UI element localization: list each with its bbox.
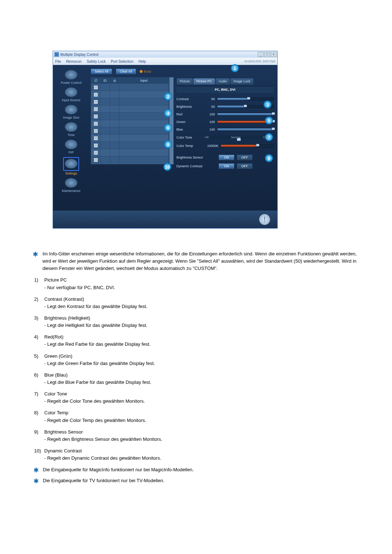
sidebar-item-settings[interactable]: Settings bbox=[56, 157, 86, 175]
row-brightness-sensor: Brightness Sensor ON OFF bbox=[176, 153, 274, 162]
row-color-tone: Color Tone Off Normal Custom bbox=[176, 133, 274, 142]
table-row[interactable] bbox=[91, 105, 169, 112]
busy-indicator: Busy bbox=[140, 70, 151, 73]
callout-9: 9 bbox=[265, 154, 273, 162]
table-row[interactable] bbox=[91, 112, 169, 120]
brand-label: SAMSUNG DIGITall bbox=[244, 59, 275, 63]
mode-label: PC, BNC, DVI bbox=[176, 86, 274, 93]
table-row[interactable] bbox=[91, 134, 169, 141]
menubar: File Remocon Safety Lock Port Selection … bbox=[53, 58, 277, 65]
menu-help[interactable]: Help bbox=[138, 59, 146, 63]
list-item: 7)Color Tone- Regelt die Color Tone des … bbox=[34, 390, 359, 405]
list-item: 8)Color Temp- Regelt die Color Temp des … bbox=[34, 409, 359, 424]
col-select[interactable]: ☑ bbox=[91, 78, 101, 83]
red-slider[interactable] bbox=[217, 113, 274, 116]
row-color-temp: Color Temp 10000K bbox=[176, 142, 274, 149]
statusbar: ! bbox=[53, 210, 277, 228]
sidebar-item-input-source[interactable]: Input Source bbox=[56, 87, 86, 102]
power-icon bbox=[65, 70, 77, 79]
table-row[interactable] bbox=[91, 149, 169, 156]
col-input[interactable]: Input bbox=[119, 78, 169, 83]
busy-dot-icon bbox=[140, 70, 143, 73]
dynamic-contrast-off[interactable]: OFF bbox=[237, 163, 253, 169]
row-blue: Blue 100 bbox=[176, 126, 274, 133]
note-main: ✱ Im Info-Gitter erscheinen einige wesen… bbox=[33, 250, 359, 272]
window-buttons: _ □ × bbox=[258, 52, 277, 57]
row-dynamic-contrast: Dynamic Contrast ON OFF bbox=[176, 162, 274, 171]
tab-image-lock[interactable]: Image Lock bbox=[230, 78, 254, 85]
list-item: 2)Contrast (Kontrast)- Legt den Kontrast… bbox=[34, 296, 359, 310]
table-row[interactable] bbox=[91, 120, 169, 127]
brightness-sensor-off[interactable]: OFF bbox=[237, 155, 253, 160]
list-item: 9)Brightness Sensor- Regelt den Brightne… bbox=[34, 428, 359, 443]
time-icon bbox=[65, 122, 77, 132]
list-item: 5)Green (Grün)- Legt die Green Farbe für… bbox=[34, 353, 359, 367]
col-status[interactable]: ◎ bbox=[110, 78, 119, 83]
callout-8: 8 bbox=[164, 140, 172, 148]
col-id[interactable]: ID bbox=[101, 78, 110, 83]
callout-5: 5 bbox=[265, 116, 273, 124]
app-icon bbox=[54, 52, 59, 57]
maintenance-icon bbox=[65, 178, 77, 188]
row-contrast: Contrast 56 bbox=[176, 95, 274, 103]
row-red: Red 100 bbox=[176, 110, 274, 118]
info-icon: ! bbox=[259, 214, 270, 225]
row-green: Green 100 bbox=[176, 118, 274, 126]
table-row[interactable] bbox=[91, 83, 169, 91]
list-item: 1)Picture PC- Nur verfügbar für PC, BNC,… bbox=[34, 276, 359, 291]
sidebar-item-power-control[interactable]: Power Control bbox=[56, 70, 86, 85]
sidebar-item-maintenance[interactable]: Maintenance bbox=[56, 178, 86, 193]
callout-3: 3 bbox=[264, 100, 271, 108]
sidebar-item-time[interactable]: Time bbox=[56, 122, 86, 137]
table-row[interactable] bbox=[91, 141, 169, 149]
contrast-slider[interactable] bbox=[217, 98, 274, 100]
callout-4: 4 bbox=[164, 109, 172, 117]
list-item: 10)Dynamic Contrast- Regelt den Dynamic … bbox=[34, 447, 359, 462]
numbered-list: 1)Picture PC- Nur verfügbar für PC, BNC,… bbox=[34, 276, 359, 462]
list-item: 6)Blue (Blau)- Legt die Blue Farbe für d… bbox=[34, 372, 359, 386]
pip-icon bbox=[65, 140, 77, 149]
dynamic-contrast-on[interactable]: ON bbox=[219, 163, 234, 169]
sidebar-item-pip[interactable]: PIP bbox=[56, 140, 86, 154]
grid-scrollbar[interactable] bbox=[169, 77, 173, 164]
device-grid: ☑ ID ◎ Input bbox=[91, 77, 169, 164]
color-temp-slider[interactable] bbox=[221, 144, 274, 147]
table-row[interactable] bbox=[91, 127, 169, 134]
list-item: 3)Brightness (Helligkeit)- Legt die Hell… bbox=[34, 315, 359, 329]
menu-safety-lock[interactable]: Safety Lock bbox=[87, 59, 106, 63]
callout-1: 1 bbox=[231, 64, 239, 72]
table-row[interactable] bbox=[91, 91, 169, 98]
callout-2: 2 bbox=[164, 93, 172, 100]
callout-7: 7 bbox=[265, 133, 273, 141]
list-item: 4)Red(Rot)- Legt die Red Farbe für das g… bbox=[34, 333, 359, 348]
star-icon: ✱ bbox=[33, 465, 39, 476]
tab-picture[interactable]: Picture bbox=[176, 78, 193, 85]
settings-icon bbox=[65, 159, 77, 168]
panel-tabs: Picture Picture PC Audio Image Lock bbox=[176, 78, 274, 85]
menu-port-selection[interactable]: Port Selection bbox=[111, 59, 133, 63]
clear-all-button[interactable]: Clear All bbox=[116, 69, 136, 74]
table-row[interactable] bbox=[91, 98, 169, 105]
blue-slider[interactable] bbox=[217, 128, 274, 131]
color-tone-slider[interactable]: Off Normal Custom bbox=[204, 136, 274, 139]
menu-remocon[interactable]: Remocon bbox=[66, 59, 82, 63]
settings-panel: Picture Picture PC Audio Image Lock PC, … bbox=[176, 78, 274, 171]
table-row[interactable] bbox=[91, 156, 169, 163]
menu-file[interactable]: File bbox=[55, 59, 61, 63]
app-window: Multiple Display Control _ □ × File Remo… bbox=[53, 51, 278, 229]
image-size-icon bbox=[65, 105, 77, 114]
tab-picture-pc[interactable]: Picture PC bbox=[193, 78, 215, 85]
sidebar: Power Control Input Source Image Size Ti… bbox=[53, 65, 89, 210]
callout-10: 10 bbox=[163, 163, 171, 171]
tab-audio[interactable]: Audio bbox=[215, 78, 230, 85]
close-button[interactable]: × bbox=[271, 52, 277, 57]
callout-6: 6 bbox=[164, 124, 172, 132]
brightness-sensor-on[interactable]: ON bbox=[219, 155, 234, 160]
maximize-button[interactable]: □ bbox=[264, 52, 270, 57]
main-pane: Select All Clear All Busy ☑ ID ◎ Input bbox=[89, 65, 277, 210]
select-all-button[interactable]: Select All bbox=[91, 69, 112, 74]
minimize-button[interactable]: _ bbox=[258, 52, 264, 57]
footnote-2: ✱ Die Eingabequelle für TV funktioniert … bbox=[33, 477, 359, 487]
star-icon: ✱ bbox=[33, 250, 38, 271]
sidebar-item-image-size[interactable]: Image Size bbox=[56, 105, 86, 119]
